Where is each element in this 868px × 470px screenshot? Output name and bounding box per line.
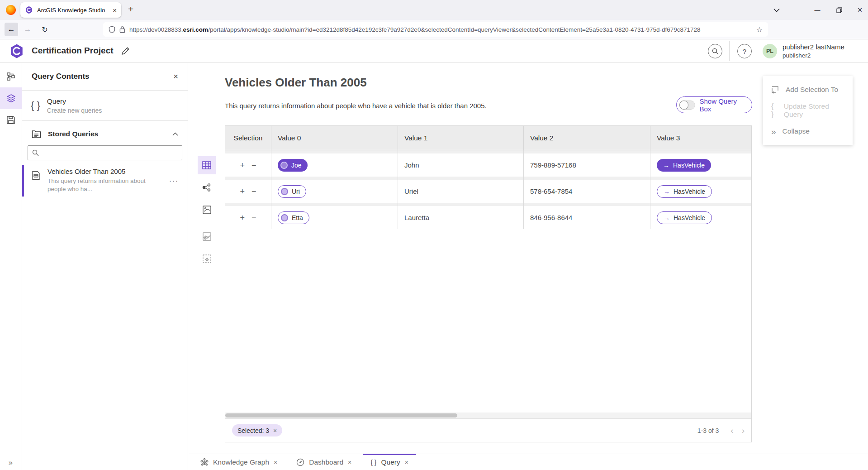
panel-title: Query Contents bbox=[32, 72, 173, 81]
select-area-button[interactable] bbox=[198, 249, 216, 268]
remove-from-selection-icon[interactable]: − bbox=[251, 161, 256, 169]
remove-from-selection-icon[interactable]: − bbox=[251, 187, 256, 196]
relationship-pill[interactable]: →HasVehicle bbox=[657, 185, 712, 198]
search-button[interactable] bbox=[708, 44, 722, 58]
panel-header: Query Contents × bbox=[22, 63, 188, 91]
selected-count-label: Selected: 3 bbox=[237, 427, 269, 434]
item-options-icon[interactable]: ··· bbox=[169, 177, 179, 184]
relationship-pill[interactable]: →HasVehicle bbox=[657, 211, 712, 224]
chevron-up-icon[interactable] bbox=[172, 132, 178, 136]
close-window-button[interactable]: × bbox=[852, 0, 868, 20]
tab-close-icon[interactable]: × bbox=[405, 459, 408, 466]
tab-close-icon[interactable]: × bbox=[348, 459, 351, 466]
rail-item-contents[interactable] bbox=[0, 87, 22, 109]
show-query-box-toggle[interactable]: Show Query Box bbox=[676, 96, 752, 113]
column-header-value1[interactable]: Value 1 bbox=[398, 126, 524, 150]
table-row[interactable]: + − Uri Uriel 578-654-7854 →HasVehicle bbox=[225, 180, 751, 203]
tab-close-icon[interactable]: × bbox=[113, 7, 117, 14]
entity-pill[interactable]: Uri bbox=[278, 185, 306, 198]
rail-item-datamodel[interactable] bbox=[0, 66, 22, 87]
browser-tab[interactable]: ArcGIS Knowledge Studio × bbox=[20, 2, 121, 18]
column-header-selection[interactable]: Selection bbox=[225, 126, 271, 150]
table-row[interactable]: + − Joe John 759-889-57168 →HasVehicle bbox=[225, 153, 751, 177]
expand-rail-icon[interactable]: » bbox=[0, 458, 22, 467]
panel-close-icon[interactable]: × bbox=[173, 72, 178, 82]
horizontal-scrollbar[interactable] bbox=[225, 412, 751, 418]
cell-value1[interactable]: Lauretta bbox=[398, 206, 524, 229]
column-header-value2[interactable]: Value 2 bbox=[524, 126, 650, 150]
firefox-icon[interactable] bbox=[6, 5, 16, 15]
question-icon: ? bbox=[743, 48, 746, 55]
table-view-button[interactable] bbox=[198, 156, 216, 174]
add-to-selection-icon[interactable]: + bbox=[240, 214, 245, 222]
menu-item-collapse[interactable]: » Collapse bbox=[763, 121, 853, 142]
map-view-button[interactable] bbox=[198, 201, 216, 219]
help-button[interactable]: ? bbox=[737, 44, 752, 58]
toolbar-divider bbox=[200, 223, 213, 223]
scrollbar-thumb[interactable] bbox=[225, 413, 457, 417]
tab-close-icon[interactable]: × bbox=[274, 459, 277, 466]
edit-project-title-icon[interactable] bbox=[121, 47, 130, 55]
new-query-item[interactable]: { } Query Create new queries bbox=[22, 91, 188, 121]
avatar[interactable]: PL bbox=[763, 44, 777, 58]
remove-from-selection-icon[interactable]: − bbox=[251, 214, 256, 222]
list-tabs-icon[interactable] bbox=[769, 0, 784, 20]
previous-page-icon[interactable]: ‹ bbox=[730, 426, 733, 436]
url-text[interactable]: https://dev0028833.esri.com/portal/apps/… bbox=[129, 26, 752, 33]
main-content: Vehicles Older Than 2005 This query retu… bbox=[188, 63, 868, 470]
search-icon bbox=[712, 48, 719, 55]
column-header-value0[interactable]: Value 0 bbox=[271, 126, 398, 150]
row-range-label: 1-3 of 3 bbox=[697, 427, 719, 434]
restore-button[interactable] bbox=[831, 0, 847, 20]
user-block[interactable]: publisher2 lastName publisher2 bbox=[783, 43, 844, 59]
add-to-selection-icon[interactable]: + bbox=[240, 187, 245, 196]
back-button[interactable]: ← bbox=[5, 23, 18, 36]
entity-pill[interactable]: Etta bbox=[278, 211, 309, 224]
rail-item-save[interactable] bbox=[0, 109, 22, 131]
arcgis-logo-icon bbox=[25, 6, 33, 14]
stored-queries-folder-icon bbox=[32, 130, 41, 139]
stored-queries-search-input[interactable] bbox=[43, 149, 178, 157]
table-footer: Selected: 3 × 1-3 of 3 ‹ › bbox=[225, 418, 751, 442]
query-result-subtitle: This query returns information about peo… bbox=[225, 102, 487, 110]
cell-value2[interactable]: 578-654-7854 bbox=[524, 180, 650, 203]
arcgis-knowledge-logo[interactable] bbox=[9, 43, 24, 59]
next-page-icon[interactable]: › bbox=[742, 426, 745, 436]
hierarchy-icon bbox=[6, 72, 15, 81]
add-to-selection-icon[interactable]: + bbox=[240, 161, 245, 169]
user-username: publisher2 bbox=[783, 52, 844, 60]
table-row[interactable]: + − Etta Lauretta 846-956-8644 →HasVehic… bbox=[225, 206, 751, 229]
toggle-knob[interactable] bbox=[679, 101, 688, 110]
cell-value2[interactable]: 759-889-57168 bbox=[524, 153, 650, 177]
new-tab-button[interactable]: + bbox=[128, 4, 133, 14]
query-document-icon bbox=[32, 171, 40, 180]
relationship-pill[interactable]: →HasVehicle bbox=[657, 159, 711, 172]
add-to-map-button[interactable] bbox=[198, 227, 216, 245]
reload-button[interactable]: ↻ bbox=[38, 23, 52, 36]
entity-pill[interactable]: Joe bbox=[278, 159, 308, 172]
menu-item-update-stored-query[interactable]: { } Update Stored Query bbox=[763, 100, 853, 121]
tab-dashboard[interactable]: Dashboard × bbox=[289, 454, 359, 470]
arrow-right-icon: → bbox=[664, 214, 670, 221]
link-chart-view-button[interactable] bbox=[198, 178, 216, 197]
stored-queries-search[interactable] bbox=[28, 145, 182, 160]
stored-queries-header[interactable]: Stored Queries bbox=[22, 127, 188, 141]
selected-count-chip[interactable]: Selected: 3 × bbox=[232, 424, 282, 436]
shield-icon[interactable] bbox=[109, 26, 115, 34]
browser-toolbar: ← → ↻ https://dev0028833.esri.com/portal… bbox=[0, 20, 868, 39]
cell-value1[interactable]: Uriel bbox=[398, 180, 524, 203]
stored-query-item[interactable]: Vehicles Older Than 2005 This query retu… bbox=[22, 165, 188, 197]
toggle-track[interactable] bbox=[679, 101, 695, 110]
tab-knowledge-graph[interactable]: Knowledge Graph × bbox=[193, 454, 285, 470]
column-header-value3[interactable]: Value 3 bbox=[650, 126, 751, 150]
browser-tab-title: ArcGIS Knowledge Studio bbox=[37, 7, 109, 14]
cell-value2[interactable]: 846-956-8644 bbox=[524, 206, 650, 229]
bookmark-star-icon[interactable]: ☆ bbox=[756, 25, 763, 34]
url-bar[interactable]: https://dev0028833.esri.com/portal/apps/… bbox=[103, 22, 768, 37]
minimize-button[interactable]: — bbox=[810, 0, 825, 20]
tab-query[interactable]: { } Query × bbox=[363, 454, 416, 470]
cell-value1[interactable]: John bbox=[398, 153, 524, 177]
clear-selection-icon[interactable]: × bbox=[273, 427, 277, 434]
menu-item-add-selection-to[interactable]: Add Selection To bbox=[763, 79, 853, 100]
forward-button[interactable]: → bbox=[21, 23, 34, 36]
